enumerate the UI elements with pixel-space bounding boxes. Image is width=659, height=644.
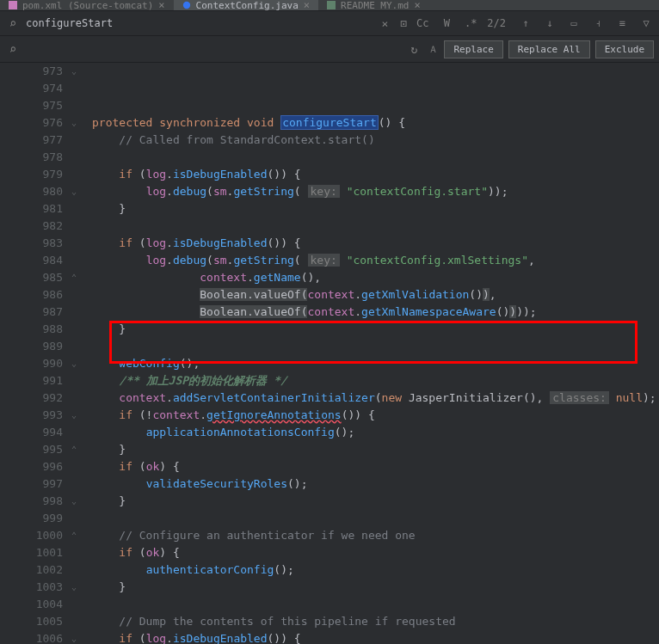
tab-label: ContextConfig.java xyxy=(196,0,299,11)
code-line[interactable]: Boolean.valueOf(context.getXmlValidation… xyxy=(92,286,659,304)
fold-icon[interactable]: ⌄ xyxy=(71,634,77,643)
search-icon: ⌕ xyxy=(5,16,21,30)
code-line[interactable]: authenticatorConfig(); xyxy=(92,561,659,579)
replace-bar: ⌕ ↻ Ａ Replace Replace All Exclude xyxy=(0,36,659,63)
settings-icon[interactable]: ≡ xyxy=(614,15,630,31)
code-line[interactable]: validateSecurityRoles(); xyxy=(92,475,659,493)
history-icon[interactable]: ↻ xyxy=(406,41,422,57)
fold-icon[interactable]: ⌄ xyxy=(71,118,77,127)
fold-icon[interactable]: ⌃ xyxy=(71,531,77,540)
fold-icon[interactable]: ⌄ xyxy=(71,66,77,76)
tab-label: pom.xml (Source-tomcat) xyxy=(22,0,153,11)
find-bar: ⌕ × ⊡ Cc W .* 2/2 ↑ ↓ ▭ ⫞ ≡ ▽ xyxy=(0,11,659,36)
replace-input[interactable] xyxy=(24,42,403,56)
code-line[interactable]: // Called from StandardContext.start() xyxy=(92,132,659,149)
close-icon[interactable]: × xyxy=(415,0,421,11)
prev-match-icon[interactable]: ↑ xyxy=(518,15,533,31)
code-line[interactable] xyxy=(92,596,659,613)
xml-icon xyxy=(9,1,17,9)
filter-icon[interactable]: ▽ xyxy=(638,15,654,31)
svg-point-1 xyxy=(182,2,189,9)
code-line[interactable]: if (log.isDebugEnabled()) { xyxy=(92,235,659,252)
search-input[interactable] xyxy=(24,16,373,30)
md-icon xyxy=(327,1,336,9)
code-line[interactable]: } xyxy=(92,321,659,338)
tab[interactable]: pom.xml (Source-tomcat)× xyxy=(0,0,174,10)
select-all-icon[interactable]: ▭ xyxy=(566,15,582,31)
words-toggle[interactable]: W xyxy=(439,15,454,31)
code-line[interactable]: log.debug(sm.getString( key: "contextCon… xyxy=(92,183,659,200)
svg-rect-0 xyxy=(9,1,17,9)
fold-icon[interactable]: ⌄ xyxy=(71,410,77,420)
code-line[interactable] xyxy=(92,149,659,166)
code-line[interactable]: if (ok) { xyxy=(92,544,659,561)
code-line[interactable]: } xyxy=(92,441,659,458)
preserve-case-icon[interactable]: Ａ xyxy=(425,41,440,57)
match-case-toggle[interactable]: Cc xyxy=(415,15,430,31)
exclude-button[interactable]: Exclude xyxy=(595,40,654,58)
code-editor[interactable]: 9739749759769779789799809819829839849859… xyxy=(0,63,659,644)
fold-icon[interactable]: ⌃ xyxy=(71,273,77,282)
replace-all-button[interactable]: Replace All xyxy=(508,40,590,58)
code-line[interactable] xyxy=(92,218,659,235)
code-line[interactable]: log.debug(sm.getString( key: "contextCon… xyxy=(92,252,659,269)
fold-icon[interactable]: ⌃ xyxy=(71,445,77,454)
line-gutter: 9739749759769779789799809819829839849859… xyxy=(15,63,68,644)
code-area[interactable]: protected synchronized void configureSta… xyxy=(85,63,659,644)
code-line[interactable]: context.addServletContainerInitializer(n… xyxy=(92,389,659,407)
search-icon: ⌕ xyxy=(5,42,21,56)
fold-gutter[interactable]: ⌄⌄⌄⌃⌄⌄⌃⌄⌃⌄⌄ xyxy=(68,63,85,644)
code-line[interactable]: webConfig(); xyxy=(92,355,659,372)
fold-icon[interactable]: ⌄ xyxy=(71,359,77,368)
svg-rect-2 xyxy=(327,1,336,9)
editor-tabs: pom.xml (Source-tomcat)×ContextConfig.ja… xyxy=(0,0,659,11)
code-line[interactable]: if (!context.getIgnoreAnnotations()) { xyxy=(92,407,659,424)
code-line[interactable]: } xyxy=(92,493,659,510)
code-line[interactable]: /** 加上JSP的初始化解析器 */ xyxy=(92,372,659,389)
next-match-icon[interactable]: ↓ xyxy=(542,15,557,31)
code-line[interactable]: protected synchronized void configureSta… xyxy=(92,114,659,132)
tab[interactable]: README_MY.md× xyxy=(318,0,429,10)
close-icon[interactable]: × xyxy=(304,0,310,11)
code-line[interactable]: } xyxy=(92,579,659,596)
code-line[interactable] xyxy=(92,510,659,527)
fold-icon[interactable]: ⌄ xyxy=(71,187,77,196)
fold-icon[interactable]: ⌄ xyxy=(71,496,77,506)
regex-toggle[interactable]: .* xyxy=(463,15,478,31)
code-line[interactable]: if (ok) { xyxy=(92,458,659,475)
match-count: 2/2 xyxy=(487,17,506,29)
code-line[interactable]: // Configure an authenticator if we need… xyxy=(92,527,659,544)
code-line[interactable]: Boolean.valueOf(context.getXmlNamespaceA… xyxy=(92,304,659,321)
pin-icon[interactable]: ⊡ xyxy=(396,15,411,31)
code-line[interactable]: context.getName(), xyxy=(92,269,659,286)
code-line[interactable]: // Dump the contents of this pipeline if… xyxy=(92,613,659,630)
code-line[interactable]: if (log.isDebugEnabled()) { xyxy=(92,166,659,183)
code-line[interactable]: } xyxy=(92,200,659,218)
replace-button[interactable]: Replace xyxy=(444,40,502,58)
code-line[interactable] xyxy=(92,338,659,355)
fold-icon[interactable]: ⌄ xyxy=(71,582,77,592)
tab-label: README_MY.md xyxy=(341,0,409,11)
clear-icon[interactable]: × xyxy=(377,15,392,31)
code-line[interactable]: applicationAnnotationsConfig(); xyxy=(92,424,659,441)
new-window-icon[interactable]: ⫞ xyxy=(590,15,606,31)
close-icon[interactable]: × xyxy=(158,0,164,11)
tab[interactable]: ContextConfig.java× xyxy=(174,0,318,10)
java-icon xyxy=(182,1,191,9)
code-line[interactable]: if (log.isDebugEnabled()) { xyxy=(92,630,659,644)
